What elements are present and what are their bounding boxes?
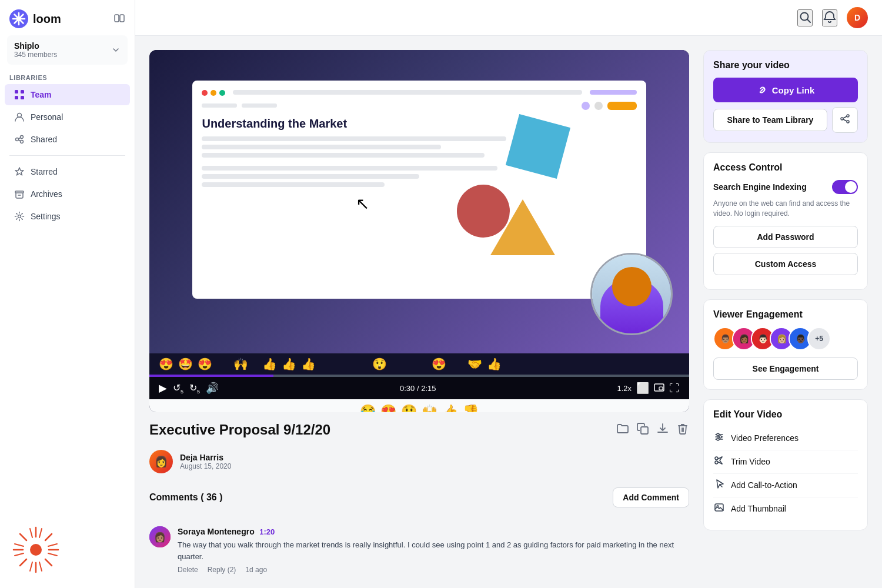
loom-logo-text: loom bbox=[33, 12, 61, 26]
video-player[interactable]: Understanding the Market ↖ bbox=[149, 50, 689, 412]
link-icon bbox=[757, 85, 767, 95]
video-preferences-item[interactable]: Video Preferences bbox=[713, 427, 858, 450]
svg-line-20 bbox=[45, 534, 52, 540]
cursor-action-icon bbox=[713, 479, 725, 492]
sidebar-item-archives-label: Archives bbox=[31, 189, 62, 199]
sidebar-item-shared-label: Shared bbox=[31, 135, 57, 144]
indexing-description: Anyone on the web can find and access th… bbox=[713, 199, 858, 219]
svg-point-10 bbox=[21, 136, 24, 139]
theater-mode-button[interactable]: ⬜ bbox=[636, 382, 649, 395]
copy-link-button[interactable]: Copy Link bbox=[713, 78, 858, 102]
access-control-section: Access Control Search Engine Indexing An… bbox=[703, 152, 868, 290]
topbar: D bbox=[135, 0, 882, 36]
video-title-row: Executive Proposal 9/12/20 bbox=[149, 422, 689, 438]
sidebar-bottom bbox=[0, 514, 135, 588]
team-icon bbox=[14, 89, 25, 100]
svg-point-42 bbox=[715, 461, 718, 464]
browser-dot-green bbox=[219, 90, 225, 96]
video-controls: ▶ ↺5 ↻5 🔊 0:30 / 2:15 1.2x ⬜ bbox=[149, 377, 689, 399]
svg-point-9 bbox=[16, 138, 19, 141]
workspace-selector[interactable]: Shiplo 345 members bbox=[7, 35, 128, 65]
trim-video-item[interactable]: Trim Video bbox=[713, 450, 858, 474]
video-progress-bar[interactable] bbox=[149, 375, 689, 377]
sidebar-collapse-button[interactable] bbox=[113, 12, 125, 26]
trim-video-label: Trim Video bbox=[731, 457, 770, 466]
emoji-row-above: 😍 🤩 😍 🙌 👍 👍 👍 😲 😍 🤝 👍 bbox=[149, 353, 689, 375]
svg-rect-34 bbox=[641, 427, 648, 434]
comment-text: The way that you walk through the market… bbox=[178, 539, 689, 562]
svg-line-21 bbox=[20, 559, 26, 566]
search-icon bbox=[799, 11, 811, 24]
comments-header: Comments ( 36 ) Add Comment bbox=[149, 487, 689, 507]
speaker-bubble bbox=[590, 253, 673, 335]
shared-icon bbox=[14, 134, 25, 145]
video-preferences-label: Video Preferences bbox=[731, 433, 799, 443]
volume-button[interactable]: 🔊 bbox=[206, 382, 219, 395]
svg-point-37 bbox=[847, 121, 849, 123]
pip-button[interactable] bbox=[654, 382, 664, 395]
forward-button[interactable]: ↻5 bbox=[189, 382, 200, 395]
svg-point-13 bbox=[18, 215, 21, 218]
comments-title: Comments ( 36 ) bbox=[149, 492, 223, 503]
right-panel: Share your video Copy Link Share to Team… bbox=[703, 50, 868, 574]
delete-comment-button[interactable]: Delete bbox=[178, 566, 198, 574]
add-password-button[interactable]: Add Password bbox=[713, 226, 858, 248]
video-inner-screen: Understanding the Market ↖ bbox=[192, 81, 646, 299]
add-thumbnail-item[interactable]: Add Thumbnail bbox=[713, 497, 858, 520]
reply-comment-button[interactable]: Reply (2) bbox=[208, 566, 236, 574]
play-button[interactable]: ▶ bbox=[159, 382, 167, 395]
engagement-title: Viewer Engagement bbox=[713, 309, 858, 320]
download-button[interactable] bbox=[656, 422, 669, 438]
svg-rect-33 bbox=[659, 387, 663, 390]
svg-line-29 bbox=[48, 553, 57, 556]
sliders-icon bbox=[713, 432, 725, 445]
svg-line-27 bbox=[30, 562, 32, 571]
indexing-label: Search Engine Indexing bbox=[713, 182, 807, 192]
share-icon-button[interactable] bbox=[832, 107, 858, 133]
svg-rect-7 bbox=[21, 96, 24, 99]
svg-line-28 bbox=[15, 544, 24, 546]
sidebar-divider bbox=[9, 155, 125, 156]
add-comment-button[interactable]: Add Comment bbox=[613, 487, 689, 507]
sidebar-item-team-label: Team bbox=[31, 90, 52, 99]
personal-icon bbox=[14, 112, 25, 122]
folder-icon bbox=[616, 422, 629, 435]
indexing-toggle[interactable] bbox=[832, 180, 858, 194]
sidebar-item-archives[interactable]: Archives bbox=[5, 183, 130, 205]
speed-button[interactable]: 1.2x bbox=[617, 384, 632, 393]
svg-line-22 bbox=[30, 529, 32, 537]
workspace-members: 345 members bbox=[14, 51, 57, 59]
svg-line-25 bbox=[15, 553, 24, 556]
sidebar-item-starred-label: Starred bbox=[31, 167, 58, 176]
edit-video-section: Edit Your Video Video Preferences Trim V… bbox=[703, 399, 868, 530]
sidebar-item-shared[interactable]: Shared bbox=[5, 129, 130, 150]
sidebar-item-settings[interactable]: Settings bbox=[5, 206, 130, 227]
sidebar-item-starred[interactable]: Starred bbox=[5, 161, 130, 182]
settings-icon bbox=[14, 211, 25, 222]
user-avatar[interactable]: D bbox=[847, 7, 868, 28]
copy-button[interactable] bbox=[636, 422, 649, 438]
sidebar-item-team[interactable]: Team bbox=[5, 84, 130, 105]
custom-access-button[interactable]: Custom Access bbox=[713, 253, 858, 275]
video-actions bbox=[616, 422, 689, 438]
folder-button[interactable] bbox=[616, 422, 629, 438]
comment-ago: 1d ago bbox=[245, 566, 267, 574]
access-control-title: Access Control bbox=[713, 162, 858, 173]
delete-button[interactable] bbox=[676, 422, 689, 438]
svg-line-26 bbox=[39, 529, 42, 537]
add-cta-item[interactable]: Add Call-to-Action bbox=[713, 474, 858, 497]
svg-point-30 bbox=[30, 544, 42, 556]
rewind-button[interactable]: ↺5 bbox=[173, 382, 183, 395]
share-to-team-button[interactable]: Share to Team Library bbox=[713, 109, 827, 131]
video-title: Executive Proposal 9/12/20 bbox=[149, 422, 330, 438]
see-engagement-button[interactable]: See Engagement bbox=[713, 358, 858, 380]
comment-body: Soraya Montenegro 1:20 The way that you … bbox=[178, 526, 689, 574]
cursor-icon: ↖ bbox=[356, 194, 369, 213]
add-cta-label: Add Call-to-Action bbox=[731, 480, 797, 490]
svg-rect-12 bbox=[15, 191, 24, 193]
search-button[interactable] bbox=[797, 9, 813, 26]
svg-rect-4 bbox=[15, 90, 18, 93]
fullscreen-button[interactable]: ⛶ bbox=[669, 382, 680, 395]
notifications-button[interactable] bbox=[822, 9, 837, 26]
sidebar-item-personal[interactable]: Personal bbox=[5, 106, 130, 128]
